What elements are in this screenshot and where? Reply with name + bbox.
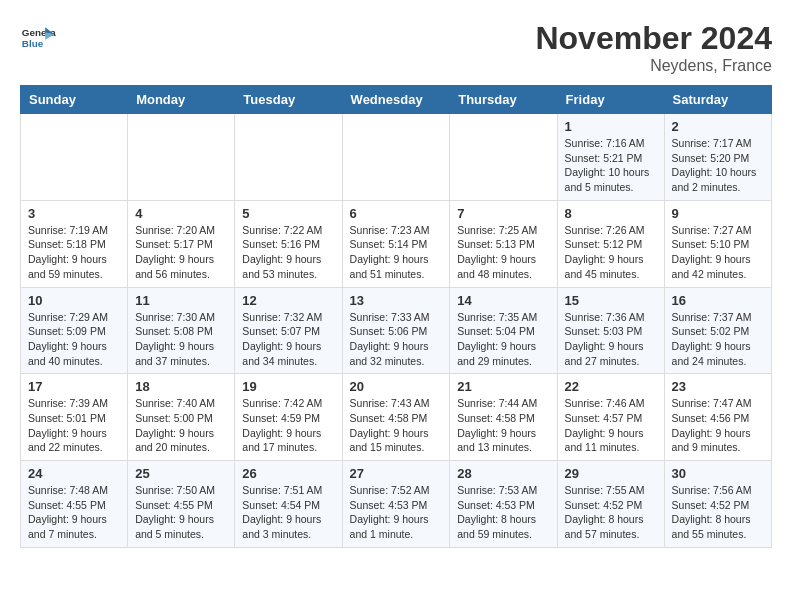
day-info: Sunrise: 7:50 AM Sunset: 4:55 PM Dayligh… [135,483,227,542]
day-info: Sunrise: 7:55 AM Sunset: 4:52 PM Dayligh… [565,483,657,542]
calendar-cell: 18Sunrise: 7:40 AM Sunset: 5:00 PM Dayli… [128,374,235,461]
calendar-cell: 20Sunrise: 7:43 AM Sunset: 4:58 PM Dayli… [342,374,450,461]
calendar-cell: 27Sunrise: 7:52 AM Sunset: 4:53 PM Dayli… [342,461,450,548]
day-number: 21 [457,379,549,394]
day-info: Sunrise: 7:36 AM Sunset: 5:03 PM Dayligh… [565,310,657,369]
calendar-cell [450,114,557,201]
day-header-saturday: Saturday [664,86,771,114]
day-number: 13 [350,293,443,308]
day-number: 19 [242,379,334,394]
day-header-friday: Friday [557,86,664,114]
day-info: Sunrise: 7:23 AM Sunset: 5:14 PM Dayligh… [350,223,443,282]
calendar-cell: 29Sunrise: 7:55 AM Sunset: 4:52 PM Dayli… [557,461,664,548]
title-block: November 2024 Neydens, France [535,20,772,75]
logo: General Blue [20,20,56,56]
day-info: Sunrise: 7:25 AM Sunset: 5:13 PM Dayligh… [457,223,549,282]
day-number: 17 [28,379,120,394]
day-info: Sunrise: 7:16 AM Sunset: 5:21 PM Dayligh… [565,136,657,195]
calendar-header: SundayMondayTuesdayWednesdayThursdayFrid… [21,86,772,114]
day-number: 8 [565,206,657,221]
day-info: Sunrise: 7:46 AM Sunset: 4:57 PM Dayligh… [565,396,657,455]
day-info: Sunrise: 7:47 AM Sunset: 4:56 PM Dayligh… [672,396,764,455]
day-info: Sunrise: 7:32 AM Sunset: 5:07 PM Dayligh… [242,310,334,369]
week-row-5: 24Sunrise: 7:48 AM Sunset: 4:55 PM Dayli… [21,461,772,548]
calendar-cell: 5Sunrise: 7:22 AM Sunset: 5:16 PM Daylig… [235,200,342,287]
calendar-cell: 13Sunrise: 7:33 AM Sunset: 5:06 PM Dayli… [342,287,450,374]
calendar-cell: 14Sunrise: 7:35 AM Sunset: 5:04 PM Dayli… [450,287,557,374]
day-info: Sunrise: 7:27 AM Sunset: 5:10 PM Dayligh… [672,223,764,282]
page-header: General Blue November 2024 Neydens, Fran… [20,20,772,75]
calendar-cell: 10Sunrise: 7:29 AM Sunset: 5:09 PM Dayli… [21,287,128,374]
day-info: Sunrise: 7:33 AM Sunset: 5:06 PM Dayligh… [350,310,443,369]
day-info: Sunrise: 7:37 AM Sunset: 5:02 PM Dayligh… [672,310,764,369]
calendar-cell: 11Sunrise: 7:30 AM Sunset: 5:08 PM Dayli… [128,287,235,374]
day-number: 22 [565,379,657,394]
calendar-cell: 28Sunrise: 7:53 AM Sunset: 4:53 PM Dayli… [450,461,557,548]
day-info: Sunrise: 7:56 AM Sunset: 4:52 PM Dayligh… [672,483,764,542]
week-row-3: 10Sunrise: 7:29 AM Sunset: 5:09 PM Dayli… [21,287,772,374]
week-row-4: 17Sunrise: 7:39 AM Sunset: 5:01 PM Dayli… [21,374,772,461]
calendar-table: SundayMondayTuesdayWednesdayThursdayFrid… [20,85,772,548]
calendar-cell: 24Sunrise: 7:48 AM Sunset: 4:55 PM Dayli… [21,461,128,548]
day-number: 2 [672,119,764,134]
day-info: Sunrise: 7:42 AM Sunset: 4:59 PM Dayligh… [242,396,334,455]
day-info: Sunrise: 7:30 AM Sunset: 5:08 PM Dayligh… [135,310,227,369]
calendar-cell: 26Sunrise: 7:51 AM Sunset: 4:54 PM Dayli… [235,461,342,548]
calendar-cell: 9Sunrise: 7:27 AM Sunset: 5:10 PM Daylig… [664,200,771,287]
day-info: Sunrise: 7:26 AM Sunset: 5:12 PM Dayligh… [565,223,657,282]
calendar-cell: 8Sunrise: 7:26 AM Sunset: 5:12 PM Daylig… [557,200,664,287]
calendar-cell: 23Sunrise: 7:47 AM Sunset: 4:56 PM Dayli… [664,374,771,461]
day-number: 18 [135,379,227,394]
day-number: 3 [28,206,120,221]
calendar-cell: 3Sunrise: 7:19 AM Sunset: 5:18 PM Daylig… [21,200,128,287]
day-number: 29 [565,466,657,481]
calendar-cell: 6Sunrise: 7:23 AM Sunset: 5:14 PM Daylig… [342,200,450,287]
month-title: November 2024 [535,20,772,57]
calendar-cell: 25Sunrise: 7:50 AM Sunset: 4:55 PM Dayli… [128,461,235,548]
day-header-monday: Monday [128,86,235,114]
day-number: 5 [242,206,334,221]
header-row: SundayMondayTuesdayWednesdayThursdayFrid… [21,86,772,114]
day-number: 14 [457,293,549,308]
calendar-cell [235,114,342,201]
calendar-cell [21,114,128,201]
day-info: Sunrise: 7:43 AM Sunset: 4:58 PM Dayligh… [350,396,443,455]
week-row-1: 1Sunrise: 7:16 AM Sunset: 5:21 PM Daylig… [21,114,772,201]
day-header-wednesday: Wednesday [342,86,450,114]
day-header-tuesday: Tuesday [235,86,342,114]
day-info: Sunrise: 7:19 AM Sunset: 5:18 PM Dayligh… [28,223,120,282]
calendar-cell: 30Sunrise: 7:56 AM Sunset: 4:52 PM Dayli… [664,461,771,548]
calendar-cell: 19Sunrise: 7:42 AM Sunset: 4:59 PM Dayli… [235,374,342,461]
day-info: Sunrise: 7:53 AM Sunset: 4:53 PM Dayligh… [457,483,549,542]
calendar-cell: 15Sunrise: 7:36 AM Sunset: 5:03 PM Dayli… [557,287,664,374]
day-number: 6 [350,206,443,221]
calendar-cell: 17Sunrise: 7:39 AM Sunset: 5:01 PM Dayli… [21,374,128,461]
day-number: 11 [135,293,227,308]
day-number: 25 [135,466,227,481]
calendar-cell [342,114,450,201]
day-number: 7 [457,206,549,221]
day-number: 24 [28,466,120,481]
day-number: 1 [565,119,657,134]
day-info: Sunrise: 7:40 AM Sunset: 5:00 PM Dayligh… [135,396,227,455]
day-info: Sunrise: 7:29 AM Sunset: 5:09 PM Dayligh… [28,310,120,369]
location: Neydens, France [535,57,772,75]
day-number: 26 [242,466,334,481]
day-number: 9 [672,206,764,221]
day-number: 10 [28,293,120,308]
calendar-cell: 7Sunrise: 7:25 AM Sunset: 5:13 PM Daylig… [450,200,557,287]
calendar-cell: 4Sunrise: 7:20 AM Sunset: 5:17 PM Daylig… [128,200,235,287]
day-number: 4 [135,206,227,221]
logo-icon: General Blue [20,20,56,56]
day-info: Sunrise: 7:51 AM Sunset: 4:54 PM Dayligh… [242,483,334,542]
day-number: 16 [672,293,764,308]
calendar-cell [128,114,235,201]
day-number: 12 [242,293,334,308]
calendar-cell: 16Sunrise: 7:37 AM Sunset: 5:02 PM Dayli… [664,287,771,374]
day-number: 20 [350,379,443,394]
day-number: 30 [672,466,764,481]
day-info: Sunrise: 7:35 AM Sunset: 5:04 PM Dayligh… [457,310,549,369]
calendar-cell: 22Sunrise: 7:46 AM Sunset: 4:57 PM Dayli… [557,374,664,461]
day-info: Sunrise: 7:52 AM Sunset: 4:53 PM Dayligh… [350,483,443,542]
day-info: Sunrise: 7:39 AM Sunset: 5:01 PM Dayligh… [28,396,120,455]
